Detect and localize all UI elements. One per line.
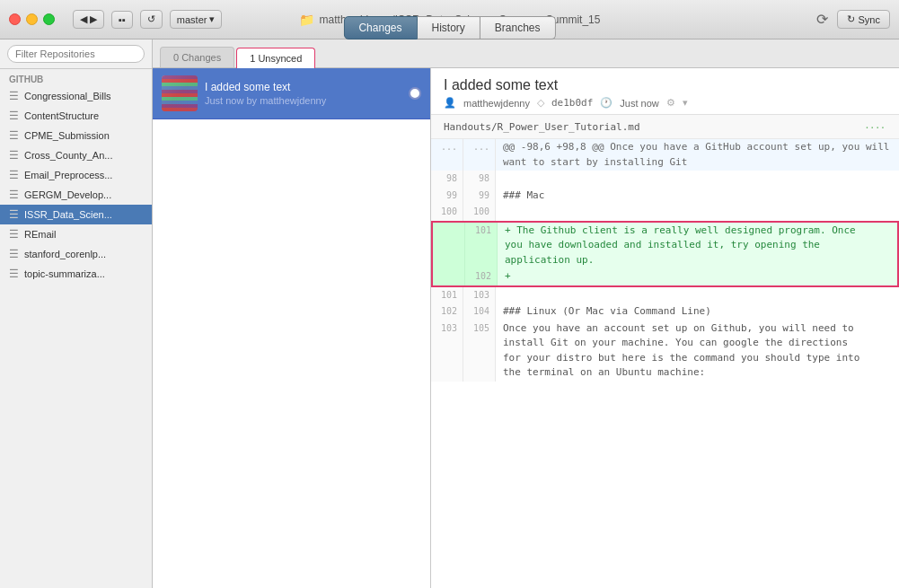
sidebar-item-issr-data-scien---[interactable]: ☰ ISSR_Data_Scien... [0, 205, 152, 224]
sidebar-item-cross-county-an---[interactable]: ☰ Cross_County_An... [0, 145, 152, 165]
tab-history[interactable]: History [418, 16, 480, 39]
line-num-new: 98 [463, 171, 496, 188]
content-panels: I added some text Just now by matthewjde… [153, 68, 899, 588]
line-code: ### Mac [496, 188, 899, 205]
tab-branches[interactable]: Branches [480, 16, 556, 39]
sidebar-item-cpme-submission[interactable]: ☰ CPME_Submission [0, 126, 152, 145]
line-code: Once you have an account set up on Githu… [496, 320, 899, 382]
diff-header: I added some text 👤 matthewjdenny ◇ de1b… [431, 68, 899, 115]
repo-icon: ☰ [9, 268, 19, 280]
repo-name: REmail [24, 229, 56, 240]
settings-icon[interactable]: ⚙ [666, 97, 675, 109]
commit-item[interactable]: I added some text Just now by matthewjde… [153, 68, 430, 119]
diff-file-header: Handouts/R_Power_User_Tutorial.md ···· [431, 115, 899, 139]
line-num-new: 101 [465, 223, 498, 269]
filter-input[interactable] [7, 45, 145, 63]
commit-thumbnail [162, 75, 198, 111]
branch-label: master [177, 14, 207, 25]
diff-added-row: 102 + [433, 268, 897, 285]
repo-name: CPME_Submission [24, 130, 110, 141]
sidebar-item-email-preprocess---[interactable]: ☰ Email_Preprocess... [0, 165, 152, 185]
forward-icon: ▶ [90, 13, 97, 25]
close-button[interactable] [9, 13, 21, 25]
activity-icon: ⟳ [816, 11, 828, 28]
repo-icon: ☰ [9, 169, 19, 181]
diff-row: 102 104 ### Linux (Or Mac via Command Li… [431, 303, 899, 320]
line-num-new: 99 [463, 188, 496, 205]
changes-tabs-bar: 0 Changes 1 Unsynced [153, 39, 899, 68]
line-num-new: ... [463, 139, 496, 171]
sidebar-item-topic-summariza---[interactable]: ☰ topic-summariza... [0, 264, 152, 284]
back-icon: ◀ [80, 13, 87, 25]
history-icon: ↺ [147, 13, 155, 25]
sidebar-section-header: GITHUB [0, 69, 152, 86]
maximize-button[interactable] [43, 13, 55, 25]
repo-name: GERGM_Develop... [24, 189, 111, 200]
branch-selector[interactable]: master ▾ [170, 10, 223, 29]
line-num-old: 100 [431, 204, 463, 221]
repo-name: Congressional_Bills [24, 91, 111, 101]
repo-icon: ☰ [9, 149, 19, 162]
sidebar-item-gergm-develop---[interactable]: ☰ GERGM_Develop... [0, 185, 152, 205]
tab-changes[interactable]: Changes [343, 16, 417, 39]
toolbar-left: ◀ ▶ ▪▪ ↺ master ▾ [73, 10, 222, 29]
sync-label: Sync [859, 14, 880, 25]
line-num-new: 100 [463, 204, 496, 221]
user-icon: 👤 [444, 97, 456, 109]
sidebar-icon: ▪▪ [119, 14, 126, 25]
diff-added-row: 101 + The Github client is a really well… [433, 223, 897, 269]
repo-icon: ☰ [9, 129, 19, 142]
minimize-button[interactable] [26, 13, 38, 25]
repo-icon: ☰ [9, 248, 19, 260]
line-num-new: 104 [463, 303, 496, 320]
line-num-old [433, 268, 465, 285]
clock-icon: 🕐 [600, 97, 613, 109]
titlebar: ◀ ▶ ▪▪ ↺ master ▾ 📁 matthewjdenny/ISSR_D… [0, 0, 899, 39]
line-code: ### Linux (Or Mac via Command Line) [496, 303, 899, 320]
sidebar-item-contentstructure[interactable]: ☰ ContentStructure [0, 106, 152, 126]
branch-arrow-icon: ▾ [209, 13, 215, 25]
sync-icon: ↻ [847, 13, 855, 25]
diff-file-expand-icon[interactable]: ···· [865, 119, 886, 134]
repo-name: topic-summariza... [24, 268, 105, 279]
traffic-lights [9, 13, 55, 25]
commit-time: Just now [620, 98, 658, 109]
sidebar-item-congressional-bills[interactable]: ☰ Congressional_Bills [0, 86, 152, 106]
diff-row: 98 98 [431, 171, 899, 188]
line-code: + [498, 268, 897, 285]
repo-name: ContentStructure [24, 110, 99, 121]
line-num-old: 99 [431, 188, 463, 205]
dropdown-icon[interactable]: ▾ [683, 97, 688, 109]
diff-row: 99 99 ### Mac [431, 188, 899, 205]
diff-view: I added some text 👤 matthewjdenny ◇ de1b… [431, 68, 899, 588]
line-code [496, 287, 899, 304]
repo-name: Cross_County_An... [24, 150, 112, 161]
line-num-old: 101 [431, 287, 463, 304]
sidebar-item-stanford-corenlp---[interactable]: ☰ stanford_corenlp... [0, 244, 152, 264]
hash-arrow-icon: ◇ [537, 97, 544, 109]
added-lines-highlight: 101 + The Github client is a really well… [431, 221, 899, 287]
sidebar-filter [0, 39, 152, 69]
repo-name: stanford_corenlp... [24, 249, 106, 259]
diff-meta: 👤 matthewjdenny ◇ de1b0df 🕐 Just now ⚙ ▾ [444, 97, 886, 109]
repo-icon: ☰ [9, 208, 19, 221]
hunk-header-code: @@ -98,6 +98,8 @@ Once you have a GitHub… [496, 139, 899, 171]
unsynced-indicator [409, 87, 421, 100]
repo-name: Email_Preprocess... [24, 170, 112, 180]
diff-row: 103 105 Once you have an account set up … [431, 320, 899, 382]
nav-back-forward[interactable]: ◀ ▶ [73, 10, 104, 29]
diff-row: 101 103 [431, 287, 899, 304]
sidebar-toggle-button[interactable]: ▪▪ [111, 11, 133, 29]
folder-icon: 📁 [299, 13, 314, 27]
repo-name: ISSR_Data_Scien... [24, 209, 112, 220]
line-num-new: 105 [463, 320, 496, 382]
sidebar-item-remail[interactable]: ☰ REmail [0, 224, 152, 244]
repo-icon: ☰ [9, 110, 19, 122]
line-code [496, 171, 899, 188]
sync-button[interactable]: ↻ Sync [837, 10, 890, 29]
line-num-old: 103 [431, 320, 463, 382]
tab-one-unsynced[interactable]: 1 Unsynced [236, 48, 315, 68]
commit-author: matthewjdenny [463, 98, 530, 109]
tab-zero-changes[interactable]: 0 Changes [160, 47, 234, 67]
history-nav-button[interactable]: ↺ [140, 10, 163, 29]
